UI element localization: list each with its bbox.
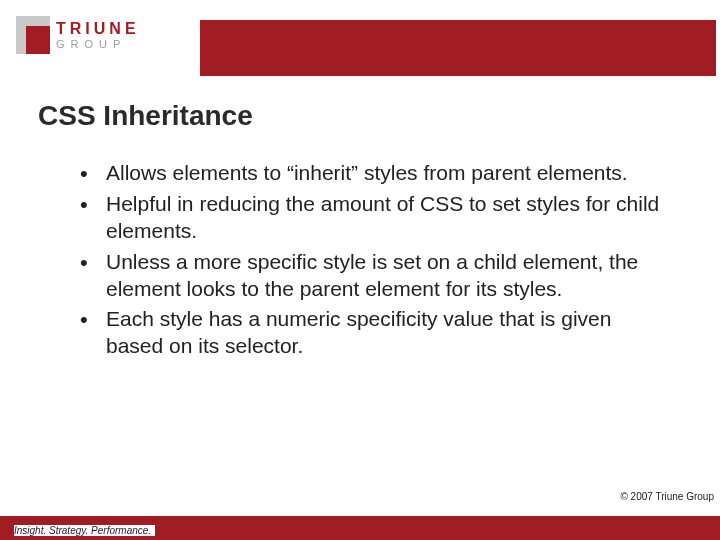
slide: TRIUNE GROUP CSS Inheritance Allows elem… <box>0 0 720 540</box>
bullet-item: Unless a more specific style is set on a… <box>80 249 670 303</box>
logo-mark-icon <box>16 16 50 54</box>
logo: TRIUNE GROUP <box>16 16 140 54</box>
logo-line1: TRIUNE <box>56 21 140 37</box>
bullet-list: Allows elements to “inherit” styles from… <box>80 160 670 360</box>
slide-body: Allows elements to “inherit” styles from… <box>80 160 670 364</box>
footer-tagline: Insight. Strategy. Performance. <box>14 525 155 536</box>
header-red-bar <box>200 20 716 76</box>
slide-title: CSS Inheritance <box>38 100 253 132</box>
copyright-text: © 2007 Triune Group <box>620 491 714 502</box>
logo-line2: GROUP <box>56 39 140 50</box>
svg-rect-2 <box>26 26 50 54</box>
bullet-item: Helpful in reducing the amount of CSS to… <box>80 191 670 245</box>
bullet-item: Allows elements to “inherit” styles from… <box>80 160 670 187</box>
svg-rect-1 <box>16 16 50 26</box>
bullet-item: Each style has a numeric specificity val… <box>80 306 670 360</box>
header-bar: TRIUNE GROUP <box>0 10 720 66</box>
logo-text: TRIUNE GROUP <box>56 21 140 50</box>
